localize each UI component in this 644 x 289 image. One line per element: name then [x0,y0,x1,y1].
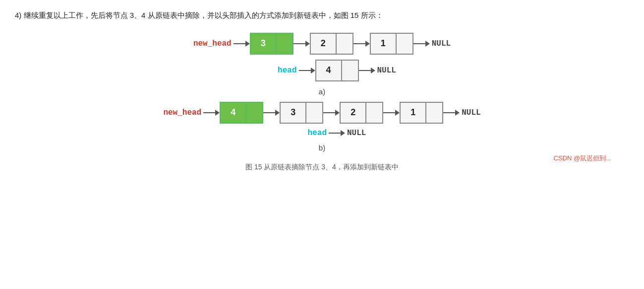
node-1-b: 1 [400,102,443,124]
node-1-value-b: 1 [401,103,426,123]
figure-a: new_head 3 2 [193,33,451,100]
node-3-a: 3 [250,33,293,55]
new-head-arrow-b [203,110,220,116]
arrow-2-1-b [383,110,400,116]
node-2-next-b [366,103,382,123]
arrow-3-2-a [293,41,310,47]
head-row-a: head 4 NULL [278,60,396,81]
figure-b: new_head 4 3 [163,102,480,156]
node-3-next-a [277,34,293,54]
arrow-4-3-b [263,110,280,116]
null-label-new-a: NULL [432,39,451,48]
null-label-head-b: NULL [347,129,366,138]
head-row-b: head NULL [308,129,366,138]
node-3-value-b: 3 [281,103,306,123]
node-1-a: 1 [370,33,413,55]
head-arrow-b [329,130,345,136]
head-arrow-a [299,68,315,73]
node-2-a: 2 [310,33,353,55]
arrow-1-null-b [443,110,460,116]
node-3-b: 3 [280,102,323,124]
diagrams-area: new_head 3 2 [15,33,629,172]
new-head-row-b: new_head 4 3 [163,102,480,124]
node-4-value-b: 4 [221,103,246,123]
null-label-new-b: NULL [462,108,480,117]
null-label-head-a: NULL [377,66,396,75]
node-4-value-a: 4 [316,61,342,80]
node-4-next-b [246,103,262,123]
node-3-next-b [306,103,322,123]
new-head-row-a: new_head 3 2 [193,33,451,55]
sub-label-b: b) [319,144,325,152]
head-label-b: head [308,129,327,138]
arrow-2-1-a [353,41,370,47]
arrow-4-null-a [359,68,375,73]
node-4-next-a [342,61,358,80]
new-head-label-a: new_head [193,39,232,48]
node-2-value-a: 2 [311,34,337,54]
node-2-b: 2 [340,102,383,124]
sub-label-a: a) [319,87,325,96]
node-4-b: 4 [220,102,263,124]
arrow-1-null-a [413,41,430,47]
head-label-a: head [278,66,296,75]
new-head-label-b: new_head [163,108,201,117]
node-3-value-a: 3 [251,34,277,54]
description-text: 4) 继续重复以上工作，先后将节点 3、4 从原链表中摘除，并以头部插入的方式添… [15,9,629,22]
csdn-watermark: CSDN @鼠迟但到... [554,154,611,163]
new-head-arrow-a [234,41,250,47]
node-1-next-a [397,34,412,54]
arrow-3-2-b [323,110,340,116]
figure-caption: 图 15 从原链表摘除节点 3、4，再添加到新链表中 [245,163,399,172]
node-2-value-b: 2 [341,103,366,123]
node-4-a: 4 [315,60,359,81]
node-1-next-b [426,103,442,123]
node-1-value-a: 1 [371,34,397,54]
node-2-next-a [337,34,352,54]
